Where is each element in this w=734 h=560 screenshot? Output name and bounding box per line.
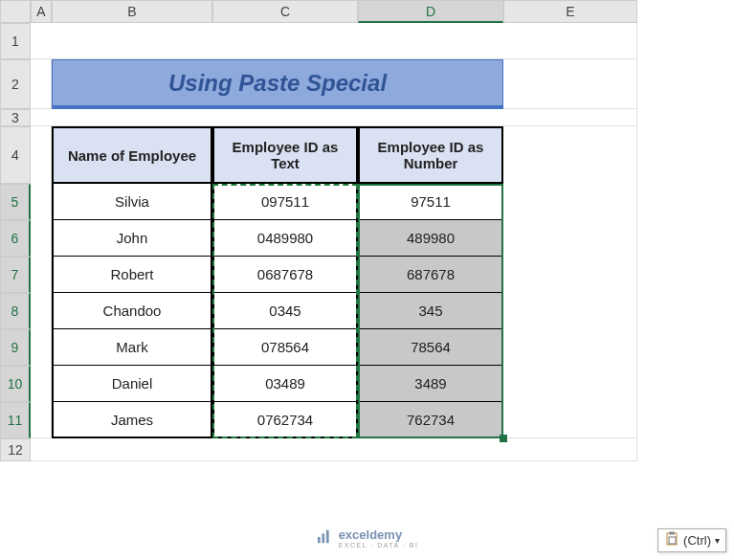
chevron-down-icon: ▾ — [715, 535, 720, 546]
cell-id-num[interactable]: 78564 — [358, 329, 503, 366]
cell-cola[interactable] — [31, 126, 52, 438]
header-id-text: Employee ID as Text — [212, 126, 358, 184]
row-header-4[interactable]: 4 — [0, 126, 31, 184]
row-header-1[interactable]: 1 — [0, 23, 31, 59]
watermark-brand: exceldemy — [339, 527, 403, 542]
row-header-6[interactable]: 6 — [0, 220, 31, 257]
cell-id-num[interactable]: 3489 — [358, 366, 503, 402]
cell-id-num[interactable]: 489980 — [358, 220, 503, 257]
cell-id-num[interactable]: 345 — [358, 293, 503, 329]
cell-id-text[interactable]: 078564 — [212, 329, 358, 366]
col-header-a[interactable]: A — [31, 0, 52, 23]
col-header-d[interactable]: D — [358, 0, 503, 23]
row-header-2[interactable]: 2 — [0, 59, 31, 109]
spreadsheet-grid: A B C D E 1 2 3 4 5 6 7 8 9 10 11 12 Usi… — [0, 0, 734, 461]
paste-options-label: (Ctrl) — [683, 533, 711, 548]
row-header-10[interactable]: 10 — [0, 366, 31, 402]
cell-name[interactable]: Silvia — [52, 184, 212, 220]
cell-id-num[interactable]: 762734 — [358, 402, 503, 438]
row-header-12[interactable]: 12 — [0, 438, 31, 461]
select-all-corner[interactable] — [0, 0, 31, 23]
row-header-7[interactable]: 7 — [0, 257, 31, 293]
svg-rect-1 — [669, 532, 675, 535]
row-header-11[interactable]: 11 — [0, 402, 31, 438]
cell-id-text[interactable]: 0762734 — [212, 402, 358, 438]
row-header-3[interactable]: 3 — [0, 109, 31, 126]
cell-row3[interactable] — [31, 109, 637, 126]
cell-name[interactable]: James — [52, 402, 212, 438]
col-header-c[interactable]: C — [212, 0, 358, 23]
sheet-title: Using Paste Special — [52, 59, 503, 109]
cell-id-text[interactable]: 0687678 — [212, 257, 358, 293]
row-header-5[interactable]: 5 — [0, 184, 31, 220]
cell-name[interactable]: Chandoo — [52, 293, 212, 329]
svg-rect-4 — [322, 533, 324, 543]
cell-id-num[interactable]: 97511 — [358, 184, 503, 220]
header-name: Name of Employee — [52, 126, 212, 184]
cell-id-text[interactable]: 097511 — [212, 184, 358, 220]
cell-name[interactable]: Mark — [52, 329, 212, 366]
watermark-tagline: EXCEL · DATA · BI — [339, 542, 419, 549]
cell-id-num[interactable]: 687678 — [358, 257, 503, 293]
cell-name[interactable]: Daniel — [52, 366, 212, 402]
cell-name[interactable]: Robert — [52, 257, 212, 293]
svg-rect-2 — [669, 537, 676, 544]
row-header-8[interactable]: 8 — [0, 293, 31, 329]
cell-id-text[interactable]: 0489980 — [212, 220, 358, 257]
cell-id-text[interactable]: 0345 — [212, 293, 358, 329]
cell-row12[interactable] — [31, 438, 637, 461]
chart-icon — [316, 528, 333, 549]
fill-handle[interactable] — [500, 435, 507, 442]
row-header-9[interactable]: 9 — [0, 329, 31, 366]
paste-options-button[interactable]: (Ctrl) ▾ — [657, 528, 726, 552]
cell-name[interactable]: John — [52, 220, 212, 257]
svg-rect-5 — [325, 529, 328, 543]
header-id-num: Employee ID as Number — [358, 126, 503, 184]
col-header-b[interactable]: B — [52, 0, 212, 23]
cell-e2[interactable] — [503, 59, 637, 109]
clipboard-icon — [664, 531, 679, 549]
cell-row1[interactable] — [31, 23, 637, 59]
col-header-e[interactable]: E — [503, 0, 637, 23]
cell-a2[interactable] — [31, 59, 52, 109]
cell-id-text[interactable]: 03489 — [212, 366, 358, 402]
watermark: exceldemy EXCEL · DATA · BI — [316, 527, 419, 549]
cell-cole[interactable] — [503, 126, 637, 438]
svg-rect-3 — [317, 537, 320, 543]
